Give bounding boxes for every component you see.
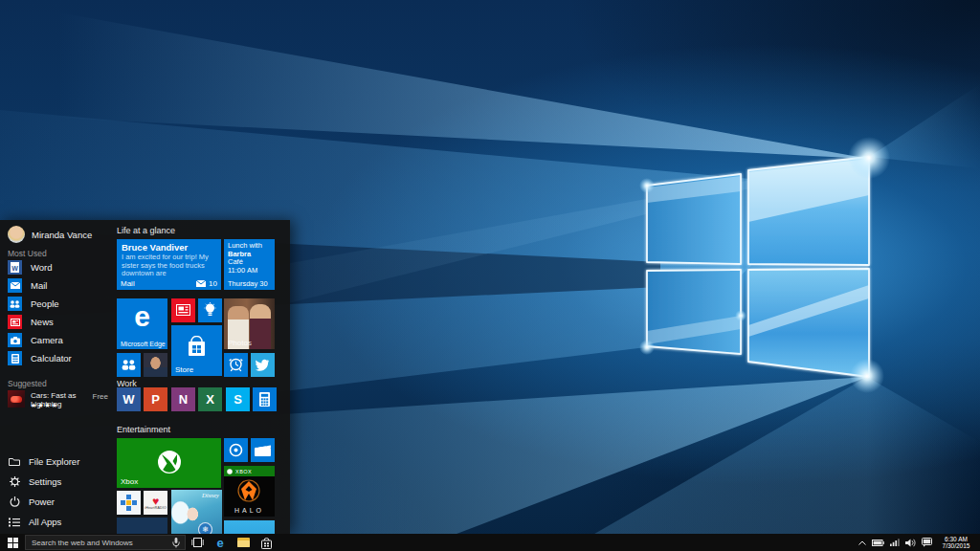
tile-news[interactable] [171, 298, 195, 322]
tile-twitter[interactable] [251, 353, 275, 377]
tray-action-center[interactable] [919, 534, 935, 551]
all-apps-icon [9, 517, 20, 528]
calculator-icon [8, 351, 22, 365]
system-tray: 6:30 AM 7/30/2015 [854, 534, 980, 551]
envelope-icon [196, 280, 206, 287]
people-icon [122, 360, 136, 370]
people-icon [8, 297, 22, 311]
task-view-icon [191, 538, 204, 547]
group-header-glance: Life at a glance [117, 226, 175, 235]
tile-word[interactable]: W [117, 387, 141, 411]
tile-store[interactable]: Store [171, 325, 222, 376]
store-bag-icon [188, 336, 206, 357]
sidebar-item-mail[interactable]: Mail [8, 278, 107, 293]
suggested-app-rating: ★★★★ [31, 402, 58, 409]
store-bag-icon [261, 537, 272, 549]
tile-people[interactable] [117, 353, 141, 377]
start-button[interactable] [0, 534, 25, 551]
task-view-button[interactable] [186, 534, 209, 551]
start-menu-tiles: Life at a glance Bruce Vandiver I am exc… [117, 220, 286, 534]
clapperboard-icon [255, 444, 271, 456]
group-header-entertainment: Entertainment [117, 425, 170, 434]
chevron-up-icon [858, 540, 866, 545]
taskbar-clock[interactable]: 6:30 AM 7/30/2015 [935, 536, 977, 550]
speaker-icon [905, 539, 916, 547]
user-name: Miranda Vance [32, 230, 92, 240]
svg-text:W: W [11, 265, 18, 272]
tray-show-hidden-icons[interactable] [854, 534, 870, 551]
tweetium-icon [126, 495, 131, 499]
gear-icon [9, 476, 20, 488]
halo-artwork: HALO [224, 476, 275, 517]
groove-music-icon [229, 443, 243, 457]
user-avatar [8, 226, 25, 243]
sidebar-item-calculator[interactable]: Calculator [8, 351, 107, 365]
sidebar-item-news[interactable]: News [8, 315, 107, 329]
edge-logo: e [117, 300, 167, 333]
sidebar-item-people[interactable]: People [8, 297, 107, 311]
snowflake-icon: ❄ [198, 522, 212, 534]
taskbar-file-explorer-button[interactable] [232, 534, 255, 551]
folder-icon [237, 538, 250, 547]
start-menu-left-panel: Miranda Vance Most Used W Word Mail Peop [0, 220, 113, 534]
action-center-icon [922, 538, 932, 547]
tile-microsoft-edge[interactable]: e Microsoft Edge [117, 298, 167, 349]
newspaper-icon [176, 304, 190, 316]
tile-groove-music[interactable] [224, 438, 248, 462]
camera-icon [8, 333, 22, 347]
xbox-logo [157, 450, 182, 474]
taskbar-edge-button[interactable]: e [209, 534, 232, 551]
mail-icon [8, 278, 22, 293]
battery-icon [872, 540, 884, 546]
file-explorer-icon [9, 456, 20, 468]
tile-powerpoint[interactable]: P [144, 387, 167, 411]
news-icon [8, 315, 22, 329]
user-account[interactable]: Miranda Vance [8, 226, 92, 243]
tile-mail[interactable]: Bruce Vandiver I am excited for our trip… [117, 239, 221, 290]
search-input[interactable] [26, 539, 172, 547]
sidebar-item-settings[interactable]: Settings [0, 472, 113, 492]
tile-tweetium[interactable] [117, 491, 141, 515]
tile-calendar[interactable]: Lunch with Barbra Café 11:00 AM Thursday… [224, 239, 275, 290]
system-items: File Explorer Settings Power [0, 452, 113, 532]
sidebar-item-file-explorer[interactable]: File Explorer [0, 452, 113, 472]
mail-unread-badge: 10 [196, 279, 217, 288]
tile-calculator[interactable] [253, 387, 277, 411]
tile-excel[interactable]: X [198, 387, 222, 411]
suggested-app-price: Free [93, 392, 108, 401]
sidebar-item-power[interactable]: Power [0, 492, 113, 512]
tile-movies-popcorn[interactable] [117, 518, 167, 534]
power-icon [9, 496, 20, 508]
tile-partial[interactable] [224, 520, 275, 534]
most-used-header: Most Used [8, 249, 47, 258]
tray-volume[interactable] [902, 534, 919, 551]
tray-battery[interactable] [870, 534, 886, 551]
tile-onenote[interactable]: N [171, 387, 195, 411]
heart-icon: ♥ [152, 496, 159, 506]
tile-skype[interactable]: S [226, 387, 250, 411]
taskbar: e 6:30 AM 7/30/2015 [0, 534, 980, 551]
taskbar-search-box[interactable] [25, 535, 186, 550]
tile-movies-tv[interactable] [251, 438, 275, 462]
tile-get-started[interactable] [198, 298, 222, 322]
suggested-app-thumbnail[interactable] [8, 390, 25, 408]
tile-iheartradio[interactable]: ♥ iHeartRADIO [144, 491, 167, 515]
edge-icon: e [216, 537, 223, 549]
tile-halo[interactable]: XBOX HALO [224, 466, 275, 517]
tile-photos[interactable]: Photos [224, 298, 275, 349]
clock-date: 7/30/2015 [935, 542, 977, 550]
start-menu: Miranda Vance Most Used W Word Mail Peop [0, 220, 290, 534]
tray-network[interactable] [886, 534, 902, 551]
sidebar-item-all-apps[interactable]: All Apps [0, 512, 113, 532]
sidebar-item-camera[interactable]: Camera [8, 333, 107, 347]
taskbar-store-button[interactable] [255, 534, 278, 551]
tile-alarms[interactable] [224, 353, 248, 377]
microphone-icon[interactable] [172, 538, 180, 548]
tile-frozen-free-fall[interactable]: Disney ❄ [171, 490, 222, 534]
network-signal-icon [890, 539, 900, 546]
sidebar-item-word[interactable]: W Word [8, 260, 107, 275]
alarm-clock-icon [229, 357, 243, 372]
tile-contact-photo[interactable] [144, 353, 167, 377]
xbox-brand-bar: XBOX [224, 466, 275, 476]
tile-xbox[interactable]: Xbox [117, 438, 221, 488]
